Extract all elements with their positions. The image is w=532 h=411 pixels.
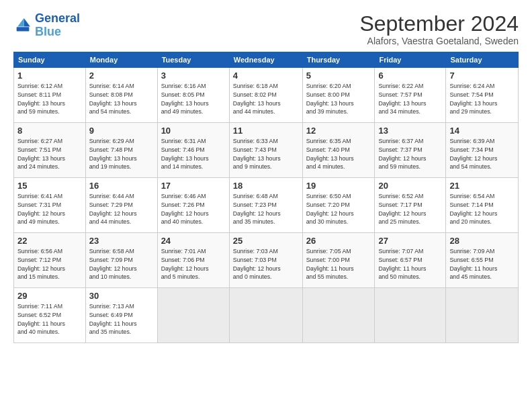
day-number: 27 [378,236,442,246]
location-subtitle: Alafors, Vaestra Goetaland, Sweden [359,36,519,46]
week-row-2: 8Sunrise: 6:27 AM Sunset: 7:51 PM Daylig… [14,123,519,178]
day-cell-21: 21Sunrise: 6:54 AM Sunset: 7:14 PM Dayli… [446,178,519,233]
logo-text: General Blue [35,12,80,39]
day-cell-17: 17Sunrise: 6:46 AM Sunset: 7:26 PM Dayli… [157,178,229,233]
day-number: 4 [233,71,299,81]
day-cell-8: 8Sunrise: 6:27 AM Sunset: 7:51 PM Daylig… [14,123,86,178]
col-header-sunday: Sunday [14,52,86,68]
day-info: Sunrise: 6:18 AM Sunset: 8:02 PM Dayligh… [233,82,299,116]
day-info: Sunrise: 6:48 AM Sunset: 7:23 PM Dayligh… [233,192,299,226]
day-info: Sunrise: 6:31 AM Sunset: 7:46 PM Dayligh… [161,137,226,171]
header-row: SundayMondayTuesdayWednesdayThursdayFrid… [14,52,519,68]
day-info: Sunrise: 6:58 AM Sunset: 7:09 PM Dayligh… [89,247,154,281]
day-number: 22 [17,236,82,246]
day-number: 16 [89,181,154,191]
day-cell-26: 26Sunrise: 7:05 AM Sunset: 7:00 PM Dayli… [302,233,375,288]
svg-marker-1 [17,18,24,26]
day-number: 24 [161,236,226,246]
col-header-saturday: Saturday [446,52,519,68]
day-info: Sunrise: 6:14 AM Sunset: 8:08 PM Dayligh… [89,82,154,116]
day-number: 28 [449,236,515,246]
day-cell-29: 29Sunrise: 7:11 AM Sunset: 6:52 PM Dayli… [14,288,86,343]
day-info: Sunrise: 6:33 AM Sunset: 7:43 PM Dayligh… [233,137,299,171]
logo: General Blue [13,12,80,39]
day-cell-30: 30Sunrise: 7:13 AM Sunset: 6:49 PM Dayli… [85,288,157,343]
day-cell-11: 11Sunrise: 6:33 AM Sunset: 7:43 PM Dayli… [229,123,302,178]
day-number: 23 [89,236,154,246]
day-info: Sunrise: 7:11 AM Sunset: 6:52 PM Dayligh… [17,302,82,336]
day-info: Sunrise: 6:44 AM Sunset: 7:29 PM Dayligh… [89,192,154,226]
day-info: Sunrise: 6:52 AM Sunset: 7:17 PM Dayligh… [378,192,442,226]
title-block: September 2024 Alafors, Vaestra Goetalan… [359,12,519,46]
day-info: Sunrise: 6:56 AM Sunset: 7:12 PM Dayligh… [17,247,82,281]
day-info: Sunrise: 7:05 AM Sunset: 7:00 PM Dayligh… [306,247,371,281]
empty-cell [229,288,302,343]
day-number: 21 [449,181,515,191]
day-info: Sunrise: 6:41 AM Sunset: 7:31 PM Dayligh… [17,192,82,226]
day-cell-28: 28Sunrise: 7:09 AM Sunset: 6:55 PM Dayli… [446,233,519,288]
day-number: 9 [89,126,154,136]
day-info: Sunrise: 7:13 AM Sunset: 6:49 PM Dayligh… [89,302,154,336]
day-info: Sunrise: 7:09 AM Sunset: 6:55 PM Dayligh… [449,247,515,281]
day-info: Sunrise: 7:01 AM Sunset: 7:06 PM Dayligh… [161,247,226,281]
day-number: 1 [17,71,82,81]
day-info: Sunrise: 6:29 AM Sunset: 7:48 PM Dayligh… [89,137,154,171]
day-number: 19 [306,181,371,191]
day-number: 10 [161,126,226,136]
week-row-5: 29Sunrise: 7:11 AM Sunset: 6:52 PM Dayli… [14,288,519,343]
day-cell-2: 2Sunrise: 6:14 AM Sunset: 8:08 PM Daylig… [85,68,157,123]
header: General Blue September 2024 Alafors, Vae… [13,12,519,46]
month-title: September 2024 [359,12,519,36]
day-cell-6: 6Sunrise: 6:22 AM Sunset: 7:57 PM Daylig… [375,68,446,123]
day-cell-19: 19Sunrise: 6:50 AM Sunset: 7:20 PM Dayli… [302,178,375,233]
day-number: 8 [17,126,82,136]
page: General Blue September 2024 Alafors, Vae… [0,0,532,411]
day-info: Sunrise: 7:03 AM Sunset: 7:03 PM Dayligh… [233,247,299,281]
day-cell-5: 5Sunrise: 6:20 AM Sunset: 8:00 PM Daylig… [302,68,375,123]
day-cell-18: 18Sunrise: 6:48 AM Sunset: 7:23 PM Dayli… [229,178,302,233]
day-number: 13 [378,126,442,136]
col-header-friday: Friday [375,52,446,68]
day-number: 17 [161,181,226,191]
day-cell-3: 3Sunrise: 6:16 AM Sunset: 8:05 PM Daylig… [157,68,229,123]
day-number: 11 [233,126,299,136]
day-info: Sunrise: 6:27 AM Sunset: 7:51 PM Dayligh… [17,137,82,171]
day-number: 12 [306,126,371,136]
week-row-1: 1Sunrise: 6:12 AM Sunset: 8:11 PM Daylig… [14,68,519,123]
logo-icon [13,16,32,35]
svg-rect-2 [17,27,30,31]
day-number: 5 [306,71,371,81]
col-header-monday: Monday [85,52,157,68]
day-cell-14: 14Sunrise: 6:39 AM Sunset: 7:34 PM Dayli… [446,123,519,178]
day-cell-22: 22Sunrise: 6:56 AM Sunset: 7:12 PM Dayli… [14,233,86,288]
empty-cell [375,288,446,343]
week-row-3: 15Sunrise: 6:41 AM Sunset: 7:31 PM Dayli… [14,178,519,233]
svg-marker-0 [24,18,30,26]
day-info: Sunrise: 7:07 AM Sunset: 6:57 PM Dayligh… [378,247,442,281]
week-row-4: 22Sunrise: 6:56 AM Sunset: 7:12 PM Dayli… [14,233,519,288]
day-info: Sunrise: 6:54 AM Sunset: 7:14 PM Dayligh… [449,192,515,226]
day-info: Sunrise: 6:39 AM Sunset: 7:34 PM Dayligh… [449,137,515,171]
col-header-tuesday: Tuesday [157,52,229,68]
col-header-wednesday: Wednesday [229,52,302,68]
day-number: 30 [89,291,154,301]
day-number: 29 [17,291,82,301]
day-cell-12: 12Sunrise: 6:35 AM Sunset: 7:40 PM Dayli… [302,123,375,178]
day-cell-27: 27Sunrise: 7:07 AM Sunset: 6:57 PM Dayli… [375,233,446,288]
day-cell-4: 4Sunrise: 6:18 AM Sunset: 8:02 PM Daylig… [229,68,302,123]
day-cell-9: 9Sunrise: 6:29 AM Sunset: 7:48 PM Daylig… [85,123,157,178]
day-number: 3 [161,71,226,81]
day-number: 2 [89,71,154,81]
day-info: Sunrise: 6:22 AM Sunset: 7:57 PM Dayligh… [378,82,442,116]
calendar-table: SundayMondayTuesdayWednesdayThursdayFrid… [13,52,519,343]
day-number: 25 [233,236,299,246]
day-cell-25: 25Sunrise: 7:03 AM Sunset: 7:03 PM Dayli… [229,233,302,288]
day-cell-13: 13Sunrise: 6:37 AM Sunset: 7:37 PM Dayli… [375,123,446,178]
day-cell-15: 15Sunrise: 6:41 AM Sunset: 7:31 PM Dayli… [14,178,86,233]
col-header-thursday: Thursday [302,52,375,68]
day-number: 15 [17,181,82,191]
day-cell-23: 23Sunrise: 6:58 AM Sunset: 7:09 PM Dayli… [85,233,157,288]
day-number: 20 [378,181,442,191]
empty-cell [446,288,519,343]
day-cell-7: 7Sunrise: 6:24 AM Sunset: 7:54 PM Daylig… [446,68,519,123]
